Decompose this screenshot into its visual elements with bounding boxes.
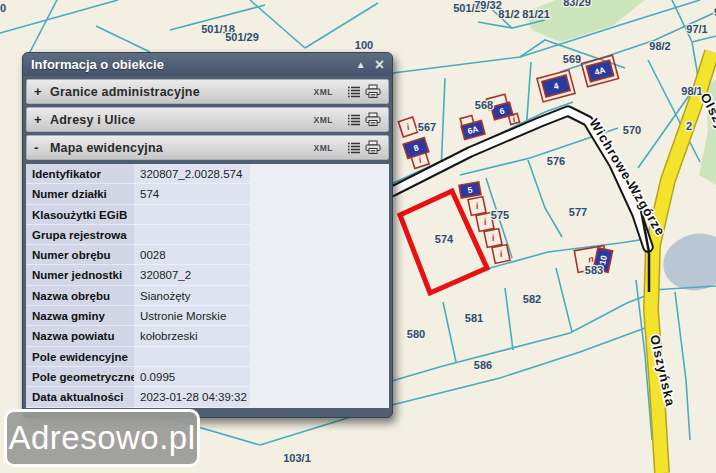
watermark-text: Adresowo.pl <box>8 419 195 457</box>
parcel-label: 97/1 <box>686 23 707 35</box>
row-filler <box>250 265 389 285</box>
collapse-icon[interactable]: ▲ <box>356 60 366 70</box>
field-label: Nazwa obrębu <box>26 286 134 306</box>
field-label: Klasoużytki EGiB <box>26 205 134 225</box>
table-row: Identyfikator320807_2.0028.574 <box>26 164 389 184</box>
collapse-section-icon[interactable]: - <box>34 140 50 155</box>
field-value: 2023-01-28 04:39:32 <box>134 387 250 407</box>
parcel-label: 83/29 <box>563 0 591 8</box>
table-row: Pole ewidencyjne <box>26 347 389 367</box>
field-value <box>134 225 250 245</box>
panel-title: Informacja o obiekcie <box>31 57 356 72</box>
parcel-label: 2 <box>686 120 692 132</box>
parcel-label: 567 <box>418 121 436 133</box>
field-label: Pole ewidencyjne <box>26 347 134 367</box>
field-label: Data aktualności <box>26 387 134 407</box>
map-viewer-app: iiiiiiin86A644A5100501/18501/25501/29100… <box>0 0 716 473</box>
section-label: Adresy i Ulice <box>50 113 314 127</box>
parcel-label: 576 <box>547 155 565 167</box>
print-icon[interactable] <box>365 140 381 155</box>
table-row: Nazwa obrębuSianożęty <box>26 286 389 306</box>
table-row: Numer obrębu0028 <box>26 245 389 265</box>
section-adresy-i-ulice[interactable]: + Adresy i Ulice XML <box>26 107 389 132</box>
parcel-label: 103/1 <box>283 452 311 464</box>
row-filler <box>250 367 389 387</box>
xml-button[interactable]: XML <box>314 87 333 97</box>
section-label: Granice administracyjne <box>50 85 314 99</box>
section-label: Mapa ewidencyjna <box>50 141 314 155</box>
table-row: Grupa rejestrowa <box>26 225 389 245</box>
field-value: 0028 <box>134 245 250 265</box>
section-granice-administracyjne[interactable]: + Granice administracyjne XML <box>26 79 389 104</box>
field-label: Numer jednostki <box>26 265 134 285</box>
parcel-label: 574 <box>435 233 454 245</box>
attribute-table: Identyfikator320807_2.0028.574 Numer dzi… <box>26 164 389 408</box>
parcel-label: 586 <box>474 359 492 371</box>
field-value: Sianożęty <box>134 286 250 306</box>
print-icon[interactable] <box>365 112 381 127</box>
row-filler <box>250 306 389 326</box>
field-label: Nazwa powiatu <box>26 326 134 346</box>
field-value: 320807_2 <box>134 265 250 285</box>
parcel-label: 582 <box>523 293 541 305</box>
close-icon[interactable]: × <box>375 57 384 73</box>
parcel-label: 569 <box>563 53 581 65</box>
field-label: Grupa rejestrowa <box>26 225 134 245</box>
parcel-label: 81/2 <box>498 8 519 20</box>
row-filler <box>250 184 389 204</box>
row-filler <box>250 205 389 225</box>
info-panel: Informacja o obiekcie ▲ × + Granice admi… <box>22 52 393 418</box>
parcel-label: 577 <box>569 206 587 218</box>
print-icon[interactable] <box>365 84 381 99</box>
field-label: Identyfikator <box>26 164 134 184</box>
field-value: Ustronie Morskie <box>134 306 250 326</box>
row-filler <box>250 245 389 265</box>
row-filler <box>250 164 389 184</box>
list-icon[interactable] <box>347 141 361 154</box>
parcel-label: 98/2 <box>649 40 670 52</box>
table-row: Nazwa gminyUstronie Morskie <box>26 306 389 326</box>
field-value: 0.0995 <box>134 367 250 387</box>
table-row: Numer jednostki320807_2 <box>26 265 389 285</box>
table-row: Numer działki574 <box>26 184 389 204</box>
xml-button[interactable]: XML <box>314 143 333 153</box>
field-value: 320807_2.0028.574 <box>134 164 250 184</box>
row-filler <box>250 286 389 306</box>
row-filler <box>250 225 389 245</box>
field-value <box>134 205 250 225</box>
section-mapa-ewidencyjna[interactable]: - Mapa ewidencyjna XML <box>26 135 389 160</box>
field-label: Nazwa gminy <box>26 306 134 326</box>
field-label: Numer obrębu <box>26 245 134 265</box>
parcel-label: 501/29 <box>225 31 259 43</box>
expand-icon[interactable]: + <box>34 84 50 99</box>
field-label: Numer działki <box>26 184 134 204</box>
table-row: Data aktualności2023-01-28 04:39:32 <box>26 387 389 407</box>
parcel-label: 581 <box>465 312 483 324</box>
field-value <box>134 347 250 367</box>
field-label: Pole geometryczne <box>26 367 134 387</box>
row-filler <box>250 326 389 346</box>
parcel-label: 100 <box>355 39 373 51</box>
table-row: Pole geometryczne0.0995 <box>26 367 389 387</box>
xml-button[interactable]: XML <box>314 115 333 125</box>
building: 5 <box>459 182 481 198</box>
row-filler <box>250 347 389 367</box>
table-row: Nazwa powiatukołobrzeski <box>26 326 389 346</box>
parcel-label: 570 <box>623 124 641 136</box>
parcel-label: 583 <box>585 264 603 276</box>
row-filler <box>250 387 389 407</box>
field-value: 574 <box>134 184 250 204</box>
expand-icon[interactable]: + <box>34 112 50 127</box>
parcel-label: 580 <box>407 328 425 340</box>
field-value: kołobrzeski <box>134 326 250 346</box>
list-icon[interactable] <box>347 85 361 98</box>
parcel-label: 81/21 <box>522 8 550 20</box>
parcel-label: 0 <box>0 2 6 14</box>
list-icon[interactable] <box>347 113 361 126</box>
adresowo-watermark: Adresowo.pl <box>4 409 200 467</box>
parcel-label: 575 <box>491 209 509 221</box>
parcel-label: 568 <box>475 99 493 111</box>
table-row: Klasoużytki EGiB <box>26 205 389 225</box>
panel-header: Informacja o obiekcie ▲ × <box>23 53 392 76</box>
